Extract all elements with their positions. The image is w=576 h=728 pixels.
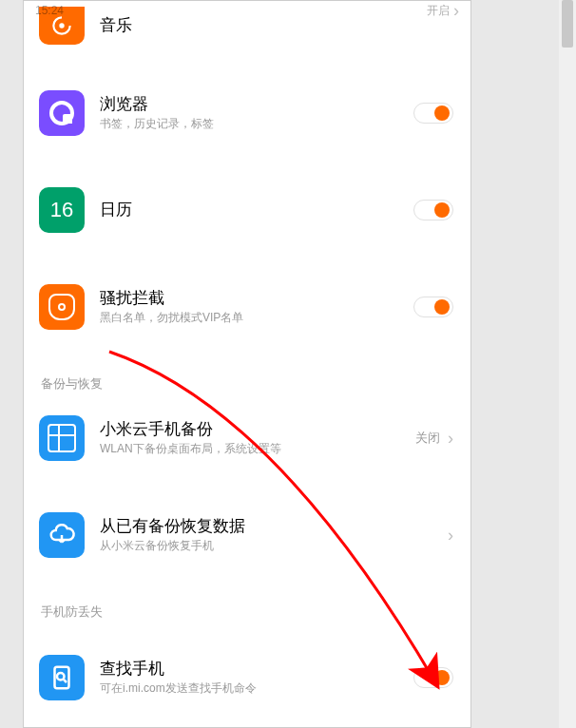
settings-list: 音乐 浏览器 书签，历史记录，标签 16 日历 [24,1,470,716]
row-subtitle: 黑白名单，勿扰模式VIP名单 [100,311,413,326]
row-subtitle: 从小米云备份恢复手机 [100,539,448,554]
row-cloud-backup[interactable]: 小米云手机备份 WLAN下备份桌面布局，系统设置等 关闭 › [24,400,470,476]
row-subtitle: WLAN下备份桌面布局，系统设置等 [100,442,415,457]
row-title: 浏览器 [100,94,413,115]
row-browser[interactable]: 浏览器 书签，历史记录，标签 [24,75,470,151]
row-title: 查找手机 [100,659,413,680]
row-calendar[interactable]: 16 日历 [24,172,470,248]
chevron-right-icon: › [448,527,453,544]
calendar-icon: 16 [39,187,85,233]
section-anti-lost: 手机防丢失 [24,594,470,628]
toggle-browser[interactable] [413,103,453,124]
row-tail-text: 关闭 [415,430,440,447]
toggle-calendar[interactable] [413,200,453,220]
toggle-block[interactable] [413,297,453,317]
status-time: 15:24 [35,4,64,17]
row-find-phone[interactable]: 查找手机 可在i.mi.com发送查找手机命令 [24,640,470,716]
row-restore[interactable]: 从已有备份恢复数据 从小米云备份恢复手机 › [24,497,470,573]
svg-point-2 [57,673,65,680]
row-subtitle: 书签，历史记录，标签 [100,117,413,132]
row-title: 小米云手机备份 [100,419,415,440]
status-top-label: 开启 [427,3,450,19]
calendar-icon-text: 16 [50,198,73,222]
phone-frame: 15:24 开启 › 音乐 浏览器 书签，历史记录，标签 [23,0,471,728]
cloud-download-icon [39,512,85,558]
row-title: 骚扰拦截 [100,288,413,309]
toggle-find-phone[interactable] [413,667,453,688]
chevron-right-icon: › [453,2,459,19]
row-title: 从已有备份恢复数据 [100,516,448,537]
find-phone-icon [39,655,85,700]
section-backup-restore: 备份与恢复 [24,366,470,400]
chevron-right-icon: › [448,430,453,447]
shield-icon [39,284,85,330]
row-title: 日历 [100,200,413,220]
browser-icon [39,90,85,136]
grid-icon [39,415,85,461]
row-subtitle: 可在i.mi.com发送查找手机命令 [100,681,413,697]
row-block[interactable]: 骚扰拦截 黑白名单，勿扰模式VIP名单 [24,269,470,345]
svg-point-0 [59,23,64,28]
status-bar: 15:24 开启 › [24,1,470,20]
outer-scrollbar[interactable] [559,0,576,728]
